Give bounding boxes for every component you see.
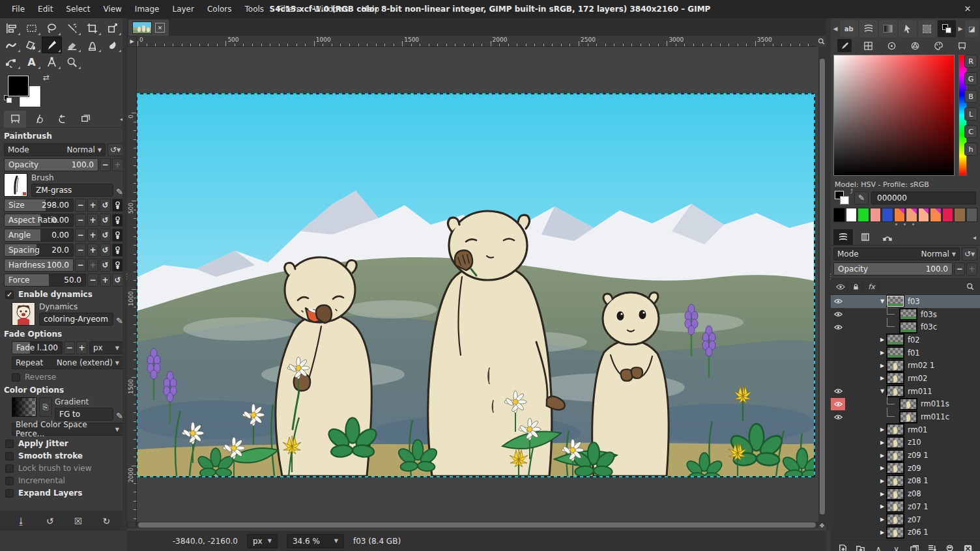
layer-thumbnail[interactable] <box>887 488 904 500</box>
paintbrush-tool[interactable] <box>42 36 62 53</box>
palette-swatch-8[interactable] <box>930 208 942 222</box>
channel-B-button[interactable]: B <box>964 90 977 103</box>
link-pin-icon[interactable] <box>112 229 123 242</box>
layers-dock-collapse-icon[interactable]: ◂ <box>973 234 977 241</box>
layer-name[interactable]: z10 <box>908 438 921 447</box>
color-wheel-tab[interactable] <box>908 39 922 52</box>
menu-select[interactable]: Select <box>59 0 96 18</box>
layer-row-z08-1[interactable]: ▶z08 1 <box>831 475 980 488</box>
link-pin-icon[interactable] <box>112 214 123 227</box>
layer-visibility-toggle[interactable] <box>831 398 845 411</box>
gradient-name-field[interactable]: FG to Transpar <box>55 408 113 421</box>
reset-icon[interactable]: ↺ <box>100 229 111 242</box>
checkbox[interactable] <box>5 440 14 448</box>
fg-bg-colors[interactable]: ⇄ <box>8 76 47 106</box>
paths-tab[interactable] <box>878 229 897 245</box>
link-pin-icon[interactable] <box>112 259 123 272</box>
expander-icon[interactable]: ▶ <box>879 453 886 459</box>
reverse-row[interactable]: Reverse <box>12 373 123 382</box>
bucket-fill-tool[interactable] <box>22 36 42 53</box>
left-splitter[interactable]: ⋮ <box>122 18 127 531</box>
color-scales-tab[interactable] <box>955 39 969 52</box>
layer-thumbnail[interactable] <box>887 501 904 512</box>
layer-name[interactable]: rm01 <box>908 425 927 434</box>
layer-row-z09-1[interactable]: ▶z09 1 <box>831 449 980 462</box>
duplicate-layer-button[interactable] <box>906 543 922 551</box>
layer-visibility-toggle[interactable] <box>831 359 845 372</box>
layer-name[interactable]: rm011 <box>908 387 932 396</box>
zoom-follow-window-icon[interactable] <box>816 36 826 47</box>
layer-thumbnail[interactable] <box>887 527 904 538</box>
layer-thumbnail[interactable] <box>900 322 917 333</box>
expander-icon[interactable]: ▶ <box>879 440 886 445</box>
paths-tool[interactable] <box>1 53 22 70</box>
tab-menu-icon[interactable]: ◪ <box>965 20 979 37</box>
layer-visibility-toggle[interactable] <box>831 385 845 398</box>
layer-thumbnail[interactable] <box>887 462 904 473</box>
layer-visibility-toggle[interactable] <box>831 487 845 500</box>
layer-row-f01[interactable]: ▶f01 <box>831 346 980 360</box>
reset-icon[interactable]: ↺ <box>100 244 111 257</box>
reverse-checkbox[interactable] <box>12 373 20 382</box>
fonts-tab[interactable]: ab <box>840 20 858 37</box>
layer-opacity-plus-button[interactable]: + <box>966 262 977 276</box>
layer-visibility-toggle[interactable] <box>831 513 845 526</box>
image-tab[interactable]: ✕ <box>128 20 169 36</box>
menu-file[interactable]: File <box>5 0 31 18</box>
lower-layer-button[interactable]: ∨ <box>889 543 904 551</box>
color-pick-icon[interactable]: ✎ <box>854 191 869 205</box>
lock-brush-to-view-checkbox-row[interactable]: Lock brush to view <box>5 464 123 473</box>
layer-visibility-toggle[interactable] <box>831 500 845 513</box>
restore-preset-button[interactable]: ↺ <box>46 516 54 526</box>
link-pin-icon[interactable] <box>112 244 123 257</box>
tool-options-tab[interactable] <box>4 111 26 128</box>
minus-button[interactable]: − <box>75 259 86 272</box>
palette-swatch-5[interactable] <box>894 208 906 222</box>
crop-tool[interactable] <box>82 20 102 36</box>
paint-mode-dropdown[interactable]: Mode Normal▼ <box>4 143 106 156</box>
reset-icon[interactable]: ↺ <box>100 259 111 272</box>
layer-visibility-toggle[interactable] <box>831 295 845 308</box>
menu-view[interactable]: View <box>96 0 128 18</box>
layer-name[interactable]: f02 <box>908 335 920 345</box>
apply-jitter-checkbox-row[interactable]: Apply Jitter <box>5 439 123 448</box>
layer-thumbnail[interactable] <box>887 360 904 371</box>
raise-layer-button[interactable]: ∧ <box>871 543 886 551</box>
fade-minus-button[interactable]: − <box>64 341 75 354</box>
layer-thumbnail[interactable] <box>887 514 904 525</box>
foreground-color-swatch[interactable] <box>8 76 29 96</box>
vertical-scrollbar-thumb[interactable] <box>820 59 825 515</box>
gradient-selector[interactable]: ⎘ Gradient FG to Transpar ✎ <box>12 397 123 421</box>
enable-dynamics-row[interactable]: ✓ Enable dynamics <box>5 290 123 299</box>
vertical-scrollbar[interactable] <box>818 47 826 526</box>
layer-name[interactable]: z09 <box>908 464 921 473</box>
dynamics-selector[interactable]: Dynamics coloring-Aryeom ✎ <box>12 302 123 326</box>
size-slider[interactable]: Size298.00 <box>4 199 74 212</box>
expand-layers-checkbox-row[interactable]: Expand Layers <box>5 488 123 498</box>
force-slider[interactable]: Force50.0 <box>4 274 86 287</box>
menu-colors[interactable]: Colors <box>201 0 238 18</box>
layer-thumbnail[interactable] <box>887 334 904 345</box>
layer-visibility-toggle[interactable] <box>831 462 845 475</box>
layers-tab[interactable] <box>833 229 853 245</box>
expander-icon[interactable]: ▶ <box>879 516 886 522</box>
palette-swatch-3[interactable] <box>870 208 882 222</box>
colors-tab[interactable] <box>938 20 956 37</box>
measure-tool[interactable] <box>42 53 62 70</box>
add-mask-button[interactable] <box>942 543 958 551</box>
layer-name[interactable]: z08 1 <box>908 476 929 485</box>
align-tool[interactable] <box>1 20 22 36</box>
free-select-tool[interactable] <box>42 20 62 36</box>
reset-tool-button[interactable]: ↻ <box>103 516 111 526</box>
layer-visibility-toggle[interactable] <box>831 346 845 360</box>
layer-row-f02[interactable]: ▶f02 <box>831 333 980 346</box>
channel-C-button[interactable]: C <box>964 125 977 138</box>
layer-name[interactable]: rm02 1 <box>908 361 934 370</box>
layer-visibility-toggle[interactable] <box>831 449 845 462</box>
layer-visibility-toggle[interactable] <box>831 308 845 321</box>
plus-button[interactable]: + <box>87 214 98 227</box>
layer-name[interactable]: f03 <box>908 297 920 306</box>
clone-tool[interactable] <box>82 36 102 53</box>
color-cmyk-tab[interactable] <box>861 39 875 52</box>
layer-visibility-toggle[interactable] <box>831 320 845 333</box>
